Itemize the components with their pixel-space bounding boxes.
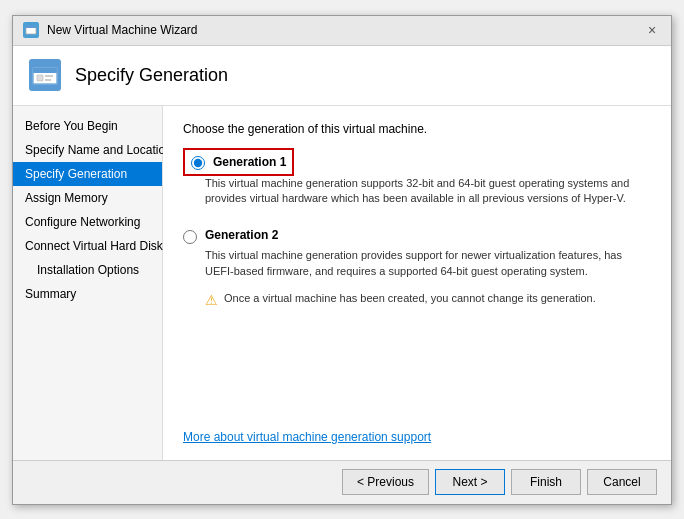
svg-rect-1: [26, 25, 36, 28]
svg-rect-0: [26, 27, 36, 34]
gen2-radio-row: Generation 2: [183, 228, 651, 244]
warning-icon: ⚠: [205, 292, 218, 308]
page-title: Specify Generation: [75, 65, 228, 86]
wizard-icon: [23, 22, 39, 38]
gen1-radio[interactable]: [191, 156, 205, 170]
gen1-option-box: Generation 1: [183, 148, 294, 176]
sidebar-item-before-you-begin[interactable]: Before You Begin: [13, 114, 162, 138]
warning-text: Once a virtual machine has been created,…: [224, 291, 596, 306]
page-header: Specify Generation: [13, 46, 671, 106]
sidebar-item-assign-memory[interactable]: Assign Memory: [13, 186, 162, 210]
link-row: More about virtual machine generation su…: [183, 420, 651, 444]
warning-row: ⚠ Once a virtual machine has been create…: [205, 291, 651, 308]
sidebar-item-summary[interactable]: Summary: [13, 282, 162, 306]
window-title: New Virtual Machine Wizard: [47, 23, 198, 37]
svg-rect-5: [45, 75, 53, 77]
footer: < Previous Next > Finish Cancel: [13, 460, 671, 504]
svg-rect-6: [45, 79, 51, 81]
sidebar-item-specify-generation[interactable]: Specify Generation: [13, 162, 162, 186]
sidebar: Before You BeginSpecify Name and Locatio…: [13, 106, 163, 460]
section-description: Choose the generation of this virtual ma…: [183, 122, 651, 136]
svg-rect-3: [33, 68, 57, 73]
svg-rect-4: [37, 75, 43, 81]
sidebar-item-configure-networking[interactable]: Configure Networking: [13, 210, 162, 234]
header-icon: [29, 59, 61, 91]
main-content: Choose the generation of this virtual ma…: [163, 106, 671, 460]
cancel-button[interactable]: Cancel: [587, 469, 657, 495]
gen1-description: This virtual machine generation supports…: [205, 176, 651, 207]
more-info-link[interactable]: More about virtual machine generation su…: [183, 430, 431, 444]
gen2-block: Generation 2 This virtual machine genera…: [183, 228, 651, 308]
title-bar: New Virtual Machine Wizard ×: [13, 16, 671, 46]
title-bar-left: New Virtual Machine Wizard: [23, 22, 198, 38]
gen1-label[interactable]: Generation 1: [213, 155, 286, 169]
finish-button[interactable]: Finish: [511, 469, 581, 495]
wizard-window: New Virtual Machine Wizard × Specify Gen…: [12, 15, 672, 505]
next-button[interactable]: Next >: [435, 469, 505, 495]
close-button[interactable]: ×: [643, 21, 661, 39]
sidebar-item-specify-name[interactable]: Specify Name and Location: [13, 138, 162, 162]
gen2-label[interactable]: Generation 2: [205, 228, 278, 242]
previous-button[interactable]: < Previous: [342, 469, 429, 495]
gen2-radio[interactable]: [183, 230, 197, 244]
sidebar-item-connect-hard-disk[interactable]: Connect Virtual Hard Disk: [13, 234, 162, 258]
gen2-description: This virtual machine generation provides…: [205, 248, 651, 279]
sidebar-item-installation-options[interactable]: Installation Options: [13, 258, 162, 282]
content-area: Before You BeginSpecify Name and Locatio…: [13, 106, 671, 460]
